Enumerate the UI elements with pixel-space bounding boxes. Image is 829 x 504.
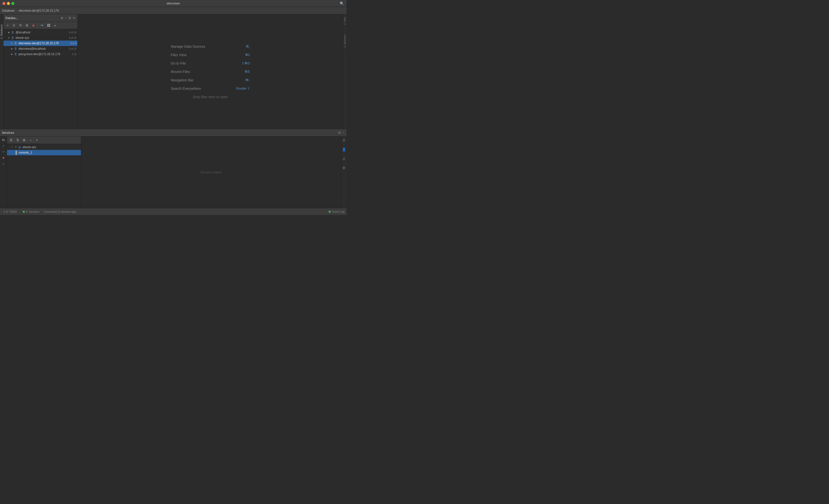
- breadcrumb-db[interactable]: Database: [2, 9, 14, 12]
- copy-button[interactable]: ⎘: [11, 23, 17, 28]
- close-panel-icon[interactable]: ✕: [73, 16, 75, 20]
- services-collapse-btn[interactable]: ⇅: [15, 138, 20, 143]
- center-panel: Manage Data Sources ⌘; Files View ⌘2 Go …: [78, 14, 343, 129]
- shortcut-manage-datasources: Manage Data Sources ⌘;: [171, 44, 250, 48]
- services-toolbar: ☰ ⇅ ⊞ ↔ +: [7, 137, 81, 144]
- shortcut-label-manage: Manage Data Sources: [171, 44, 243, 48]
- event-log-dot: [329, 211, 331, 213]
- tree-item-elecnews-dev[interactable]: ▶ 🗄 elecnews-dev@172.28.15.179 0 of 3: [3, 41, 77, 46]
- shortcut-label-search: Search Everywhere: [171, 86, 233, 90]
- stop-button[interactable]: ■: [31, 23, 36, 28]
- services-group-btn[interactable]: ⊞: [21, 138, 27, 143]
- services-split-btn[interactable]: ↔: [28, 138, 33, 143]
- shortcut-key-nav: ⌘↑: [245, 78, 250, 82]
- services-right-panel: Session output: [81, 137, 341, 208]
- tree-icon-localhost: 🗄: [11, 31, 14, 34]
- services-title: Services: [2, 131, 336, 134]
- close-button[interactable]: [2, 2, 5, 5]
- search-icon[interactable]: 🔍: [340, 1, 344, 5]
- tree-count-elecnews-localhost: 0 of 16: [69, 47, 76, 50]
- services-minus-icon[interactable]: −: [343, 131, 345, 134]
- services-stop-icon[interactable]: ■: [1, 155, 6, 160]
- maximize-button[interactable]: [11, 2, 14, 5]
- services-undo-icon[interactable]: ↩: [1, 149, 6, 154]
- database-panel-title: Databa...: [5, 16, 59, 20]
- shortcut-key-goto: ⇧⌘O: [242, 61, 250, 65]
- event-log-label[interactable]: Event Log: [332, 210, 345, 213]
- services-filter-icon[interactable]: ☰: [343, 138, 346, 143]
- tree-item-jeecg-boot[interactable]: ▶ 🗄 jeecg-boot-dev@172.28.15.179 0 of: [3, 51, 77, 57]
- right-sidebar: 2: Files 2: Structure: [343, 14, 347, 129]
- tree-icon-ebook-sys: 🗄: [11, 36, 14, 40]
- more-button[interactable]: »: [52, 23, 58, 28]
- services-tab-label: 8: Services: [26, 210, 39, 213]
- services-icon-console1: ▐: [14, 151, 17, 154]
- services-tab[interactable]: 8: Services: [21, 210, 41, 214]
- tree-arrow-ebook-sys: ▼: [7, 36, 10, 39]
- shortcut-search-everywhere: Search Everywhere Double ⇧: [171, 86, 250, 90]
- database-tab-label[interactable]: 1: Database: [0, 24, 3, 39]
- bottom-section: Services ⚙ − Tx ✓ ↩ ■ ≡ ☰ ⇅ ⊞ ↔: [0, 129, 347, 208]
- services-menu-icon[interactable]: ≡: [1, 161, 6, 166]
- services-right-icons: ☰ 👤 🖨 🗑: [341, 137, 347, 208]
- todo-tab[interactable]: ≡ 6: TODO: [2, 210, 18, 214]
- services-status-dot: [23, 211, 25, 213]
- breadcrumb-separator: ›: [16, 9, 17, 12]
- services-gear-icon[interactable]: ⚙: [338, 131, 341, 134]
- services-trash-icon[interactable]: 🗑: [342, 165, 346, 171]
- database-toolbar: + ⎘ ↻ ☰ ■ ✏ 🖼 »: [3, 22, 77, 29]
- minimize-button[interactable]: [7, 2, 10, 5]
- services-left-actions: Tx ✓ ↩ ■ ≡: [0, 137, 7, 208]
- structure-tab[interactable]: 2: Structure: [344, 33, 346, 49]
- services-print-icon[interactable]: 🖨: [342, 156, 346, 161]
- services-add-btn[interactable]: +: [34, 138, 40, 143]
- view-button[interactable]: 🖼: [46, 23, 51, 28]
- tree-item-ebook-sys[interactable]: ▼ 🗄 ebook-sys 0 of 34: [3, 35, 77, 41]
- edit-button[interactable]: ✏: [39, 23, 45, 28]
- tree-label-elecnews-dev: elecnews-dev@172.28.15.179: [19, 42, 70, 45]
- services-check-mark: ✓: [11, 146, 13, 149]
- services-tx-button[interactable]: Tx: [1, 138, 6, 143]
- tree-count-ebook-sys: 0 of 34: [69, 37, 76, 39]
- drop-files-text: Drop files here to open: [193, 95, 228, 99]
- add-button[interactable]: +: [5, 23, 10, 28]
- app-window: elecnews 🔍 Database › elecnews-dev@172.2…: [0, 0, 347, 215]
- tree-label-jeecg-boot: jeecg-boot-dev@172.28.15.179: [19, 52, 72, 56]
- tree-item-localhost[interactable]: ▶ 🗄 @localhost 0 of 16: [3, 30, 77, 35]
- toolbar-divider-1: [38, 24, 38, 28]
- panel-header-icons: ⊕ − ⚙ ✕: [61, 16, 75, 20]
- database-tree: ▶ 🗄 @localhost 0 of 16 ▼ 🗄 ebook-sys 0 o…: [3, 29, 77, 129]
- services-tree: ✓ ▼ @ ebook-sys ▐ console_1: [7, 144, 81, 208]
- tree-arrow-elecnews-localhost: ▶: [10, 47, 13, 50]
- shortcut-recent-files: Recent Files ⌘E: [171, 70, 250, 74]
- filter-button[interactable]: ☰: [24, 23, 30, 28]
- services-person-icon[interactable]: 👤: [342, 147, 346, 152]
- services-check-icon: ✓: [1, 144, 6, 148]
- tree-icon-elecnews-localhost: 🗄: [14, 47, 17, 50]
- title-bar: elecnews 🔍: [0, 0, 347, 7]
- database-vertical-tab[interactable]: 1: Database: [0, 14, 3, 129]
- shortcut-files-view: Files View ⌘2: [171, 53, 250, 57]
- refresh-button[interactable]: ↻: [18, 23, 23, 28]
- shortcut-label-recent: Recent Files: [171, 70, 242, 74]
- tree-icon-elecnews-dev: 🗄: [14, 42, 17, 45]
- collapse-icon[interactable]: −: [65, 16, 67, 20]
- settings-icon[interactable]: ⚙: [68, 16, 71, 20]
- content-area: 1: Database Databa... ⊕ − ⚙ ✕ + ⎘ ↻ ☰ ■: [0, 14, 347, 129]
- breadcrumb-connection[interactable]: elecnews-dev@172.28.15.179: [19, 9, 59, 12]
- tree-label-elecnews-localhost: elecnews@localhost: [19, 47, 68, 50]
- services-tree-item-ebook-sys[interactable]: ✓ ▼ @ ebook-sys: [7, 145, 81, 150]
- services-tree-item-console1[interactable]: ▐ console_1: [7, 150, 81, 155]
- tree-label-localhost: @localhost: [15, 31, 68, 34]
- shortcut-label-nav: Navigation Bar: [171, 78, 242, 82]
- tree-item-elecnews-localhost[interactable]: ▶ 🗄 elecnews@localhost 0 of 16: [3, 46, 77, 51]
- tree-count-jeecg-boot: 0 of: [72, 53, 76, 55]
- files-view-tab[interactable]: 2: Files: [344, 15, 346, 26]
- services-layout: Tx ✓ ↩ ■ ≡ ☰ ⇅ ⊞ ↔ + ✓: [0, 137, 347, 208]
- add-datasource-icon[interactable]: ⊕: [61, 16, 63, 20]
- status-bar: ≡ 6: TODO 8: Services Connected (2 minut…: [0, 208, 347, 215]
- tree-arrow-elecnews-dev: ▶: [10, 42, 13, 45]
- services-expand-all-btn[interactable]: ☰: [8, 138, 14, 143]
- services-label-ebook-sys: ebook-sys: [23, 145, 80, 149]
- tree-arrow-jeecg-boot: ▶: [10, 53, 13, 55]
